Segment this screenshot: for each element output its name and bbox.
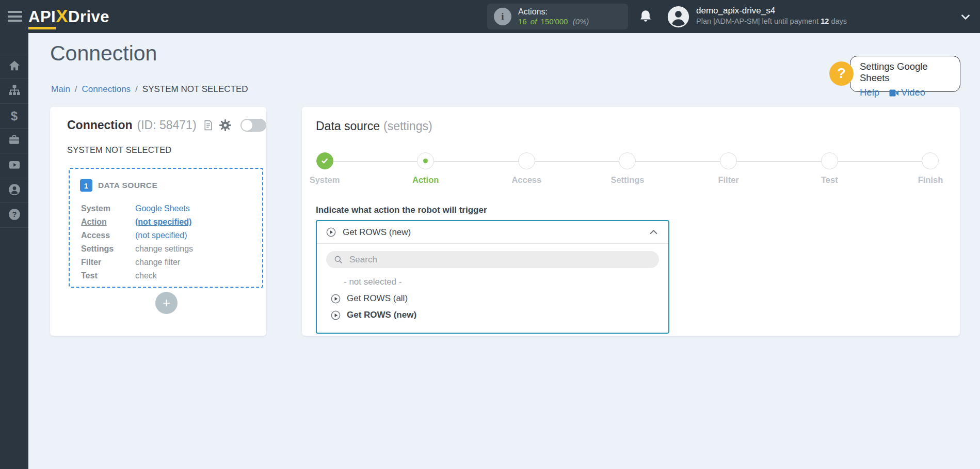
svg-text:?: ? <box>12 210 17 218</box>
row-filter-value: change filter <box>135 258 180 267</box>
actions-of: of <box>531 17 537 26</box>
step-filter[interactable]: Filter <box>720 152 737 169</box>
help-bubble-icon[interactable]: ? <box>829 61 854 86</box>
action-question-label: Indicate what action the robot will trig… <box>316 205 487 215</box>
play-circle-icon <box>326 227 336 238</box>
action-dropdown: Get ROWS (new) - not selected - Get ROWS… <box>316 220 669 334</box>
step-access[interactable]: Access <box>518 152 535 169</box>
person-icon <box>8 183 21 198</box>
row-filter: Filter change filter <box>81 256 251 269</box>
chevron-up-icon[interactable] <box>648 226 660 238</box>
help-card: Settings Google Sheets Help Video <box>850 56 960 92</box>
step-action[interactable]: Action <box>417 152 435 169</box>
data-source-block-title: DATA SOURCE <box>98 181 157 190</box>
actions-label: Actions: <box>518 7 589 17</box>
actions-counter[interactable]: i Actions: 16 of 150'000 (0%) <box>487 4 628 29</box>
connection-toggle[interactable] <box>240 119 266 132</box>
dropdown-option-get-rows-all[interactable]: Get ROWS (all) <box>317 290 668 307</box>
user-name: demo_apix-drive_s4 <box>696 5 847 17</box>
check-icon <box>316 152 333 169</box>
chevron-down-icon[interactable] <box>959 10 972 24</box>
logo-part-x: X <box>56 6 68 26</box>
connection-card-title: Connection <box>67 118 133 132</box>
row-access: Access (not specified) <box>81 229 251 242</box>
step-finish[interactable]: Finish <box>922 152 939 169</box>
actions-text: Actions: 16 of 150'000 (0%) <box>518 7 589 27</box>
dollar-icon: $ <box>11 109 18 123</box>
breadcrumb-main[interactable]: Main <box>51 84 70 94</box>
home-icon <box>8 59 21 74</box>
row-test-value: check <box>135 271 157 280</box>
panel-title: Data source(settings) <box>316 119 432 133</box>
step-settings[interactable]: Settings <box>619 152 636 169</box>
dropdown-search <box>326 251 659 268</box>
actions-total: 150'000 <box>541 17 568 26</box>
screen: APIXDrive i Actions: 16 of 150'000 (0%) … <box>0 0 980 469</box>
row-action: Action (not specified) <box>81 215 251 229</box>
breadcrumb-connections[interactable]: Connections <box>82 84 131 94</box>
row-action-value[interactable]: (not specified) <box>135 217 191 227</box>
search-input[interactable] <box>348 254 652 265</box>
connection-card: Connection (ID: 58471) SYSTEM NOT SELECT… <box>50 107 266 336</box>
sitemap-icon <box>8 84 21 99</box>
video-link[interactable]: Video <box>901 87 925 98</box>
sidebar-item-services[interactable] <box>0 129 28 153</box>
page-title: Connection <box>50 41 157 66</box>
logo[interactable]: APIXDrive <box>28 6 109 26</box>
actions-percent: (0%) <box>573 17 589 26</box>
sidebar-item-help[interactable]: ? <box>0 203 28 228</box>
connection-id: (ID: 58471) <box>137 118 197 132</box>
row-system: System Google Sheets <box>81 202 251 215</box>
active-dot <box>417 152 434 169</box>
user-menu[interactable]: demo_apix-drive_s4 Plan |ADM-AP-SM| left… <box>696 5 847 26</box>
topbar: APIXDrive i Actions: 16 of 150'000 (0%) … <box>0 0 980 33</box>
help-card-title: Settings Google Sheets <box>860 61 960 84</box>
menu-icon[interactable] <box>8 11 23 22</box>
actions-used: 16 <box>518 17 527 26</box>
row-test: Test check <box>81 269 251 283</box>
row-settings: Settings change settings <box>81 242 251 256</box>
gear-icon[interactable] <box>218 118 232 132</box>
dropdown-option-not-selected[interactable]: - not selected - <box>317 274 668 290</box>
info-icon: i <box>494 8 511 25</box>
question-icon: ? <box>8 208 21 223</box>
sidebar-item-connections[interactable] <box>0 79 28 104</box>
avatar[interactable] <box>667 5 690 28</box>
play-circle-icon <box>330 310 341 321</box>
connection-subtitle: SYSTEM NOT SELECTED <box>67 145 171 155</box>
sidebar-item-video[interactable] <box>0 153 28 178</box>
add-step-button[interactable]: + <box>155 292 178 314</box>
videocam-icon <box>888 87 900 99</box>
sidebar-item-account[interactable] <box>0 178 28 203</box>
sidebar-item-billing[interactable]: $ <box>0 104 28 129</box>
sidebar-item-home[interactable] <box>0 54 28 79</box>
step-number-badge: 1 <box>80 179 92 192</box>
document-icon[interactable] <box>202 119 214 131</box>
dropdown-option-get-rows-new[interactable]: Get ROWS (new) <box>317 307 668 323</box>
notifications-bell-icon[interactable] <box>638 9 653 24</box>
youtube-icon <box>8 158 21 174</box>
briefcase-icon <box>8 133 21 148</box>
data-source-settings-panel: Data source(settings) System Action Acce… <box>302 107 960 336</box>
breadcrumb: Main/Connections/SYSTEM NOT SELECTED <box>51 84 248 95</box>
help-link[interactable]: Help <box>860 87 879 98</box>
data-source-block[interactable]: 1 DATA SOURCE System Google Sheets Actio… <box>69 168 263 288</box>
logo-part-drive: Drive <box>68 8 109 26</box>
row-settings-value: change settings <box>135 244 193 254</box>
stepper: System Action Access Settings Filter <box>316 152 939 185</box>
user-plan: Plan |ADM-AP-SM| left until payment 12 d… <box>696 17 847 26</box>
play-circle-icon <box>330 293 341 304</box>
sidebar: $ ? <box>0 33 28 469</box>
step-test[interactable]: Test <box>821 152 838 169</box>
row-system-value[interactable]: Google Sheets <box>135 204 190 213</box>
logo-part-api: API <box>28 8 56 26</box>
search-icon <box>333 255 343 264</box>
dropdown-selected-text: Get ROWS (new) <box>343 227 411 238</box>
row-access-value[interactable]: (not specified) <box>135 231 187 240</box>
breadcrumb-current: SYSTEM NOT SELECTED <box>142 84 248 94</box>
step-system[interactable]: System <box>316 152 333 169</box>
dropdown-selected[interactable]: Get ROWS (new) <box>317 221 668 244</box>
